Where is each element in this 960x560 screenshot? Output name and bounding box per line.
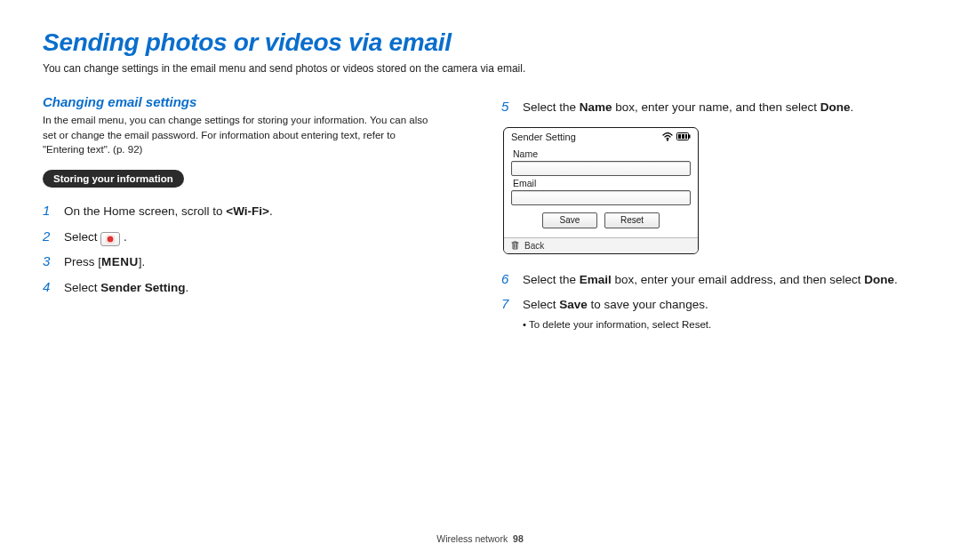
step-number: 7 xyxy=(501,292,514,317)
save-button[interactable]: Save xyxy=(542,212,597,228)
step-number: 2 xyxy=(43,224,55,250)
step-text: Select the Email box, enter your email a… xyxy=(523,268,898,292)
step-3: 3 Press [MENU]. xyxy=(43,249,459,275)
svg-rect-3 xyxy=(678,134,681,139)
step-4: 4 Select Sender Setting. xyxy=(43,275,459,300)
email-app-icon xyxy=(100,232,120,246)
email-input[interactable] xyxy=(511,190,691,205)
at-symbol-icon xyxy=(106,235,115,244)
step-1: 1 On the Home screen, scroll to <Wi-Fi>. xyxy=(43,198,459,224)
section-paragraph: In the email menu, you can change settin… xyxy=(43,113,434,157)
steps-right-continued: 6 Select the Email box, enter your email… xyxy=(501,267,917,317)
svg-rect-5 xyxy=(685,134,687,139)
name-input[interactable] xyxy=(511,161,691,176)
svg-rect-2 xyxy=(689,135,691,139)
step-text: Press [MENU]. xyxy=(64,251,145,274)
trash-icon xyxy=(511,241,519,250)
page-number: 98 xyxy=(513,533,524,544)
email-label: Email xyxy=(513,178,691,188)
name-label: Name xyxy=(513,148,691,159)
device-screenshot: Sender Setting Name Email xyxy=(503,127,699,254)
battery-icon xyxy=(676,132,691,140)
page-title: Sending photos or videos via email xyxy=(43,28,917,57)
content-columns: Changing email settings In the email men… xyxy=(43,94,917,332)
step-text: Select the Name box, enter your name, an… xyxy=(523,96,853,119)
step-text: Select Save to save your changes. xyxy=(523,293,708,316)
svg-point-0 xyxy=(667,139,668,140)
step-number: 6 xyxy=(501,267,514,292)
step-2: 2 Select . xyxy=(43,224,459,250)
step-number: 4 xyxy=(43,275,55,300)
device-title: Sender Setting xyxy=(511,132,576,142)
section-heading: Changing email settings xyxy=(43,94,459,109)
step-number: 5 xyxy=(501,94,514,120)
device-buttons: Save Reset xyxy=(511,212,691,228)
step-7: 7 Select Save to save your changes. xyxy=(501,292,917,317)
subsection-pill: Storing your information xyxy=(43,170,184,188)
left-column: Changing email settings In the email men… xyxy=(43,94,459,332)
step-6: 6 Select the Email box, enter your email… xyxy=(501,267,917,292)
status-icons xyxy=(662,132,691,141)
device-footer: Back xyxy=(504,237,698,253)
right-column: 5 Select the Name box, enter your name, … xyxy=(501,94,917,332)
reset-button[interactable]: Reset xyxy=(604,212,660,228)
step-7-sub: To delete your information, select Reset… xyxy=(523,317,917,332)
step-text: On the Home screen, scroll to <Wi-Fi>. xyxy=(64,200,273,223)
page-footer: Wireless network 98 xyxy=(0,533,960,544)
step-text: Select Sender Setting. xyxy=(64,276,188,300)
back-label[interactable]: Back xyxy=(524,241,544,251)
step-5: 5 Select the Name box, enter your name, … xyxy=(501,94,917,120)
steps-right: 5 Select the Name box, enter your name, … xyxy=(501,94,917,120)
device-body: Name Email Save Reset xyxy=(504,145,698,237)
step-text: Select . xyxy=(64,226,127,249)
footer-section: Wireless network xyxy=(436,533,508,544)
steps-left: 1 On the Home screen, scroll to <Wi-Fi>.… xyxy=(43,198,459,300)
page-intro: You can change settings in the email men… xyxy=(43,62,917,75)
wifi-icon xyxy=(662,132,673,141)
svg-rect-4 xyxy=(682,134,684,139)
step-number: 1 xyxy=(43,198,55,224)
menu-button-label: MENU xyxy=(101,255,139,268)
step-number: 3 xyxy=(43,249,55,275)
device-header: Sender Setting xyxy=(504,128,698,145)
manual-page: Sending photos or videos via email You c… xyxy=(0,0,960,560)
